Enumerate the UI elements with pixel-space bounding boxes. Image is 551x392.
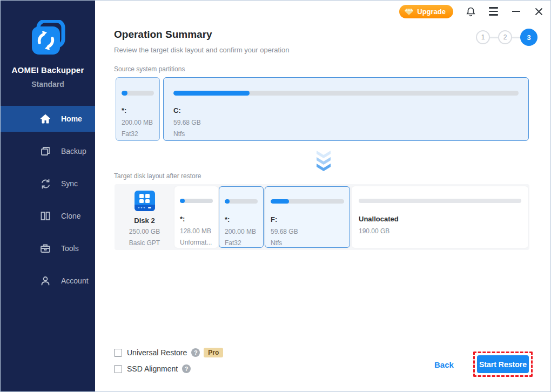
app-edition: Standard bbox=[1, 80, 95, 89]
partition-filesystem: Unformat... bbox=[180, 239, 213, 247]
ssd-alignment-label: SSD Alignment bbox=[127, 364, 178, 373]
partition-name: F: bbox=[271, 215, 344, 224]
usage-bar bbox=[225, 199, 258, 204]
step-indicator: 1 2 3 bbox=[476, 29, 537, 46]
target-partition-unallocated[interactable]: Unallocated 190.00 GB bbox=[352, 186, 528, 248]
target-disk-info: Disk 2 250.00 GB Basic GPT bbox=[115, 184, 174, 250]
upgrade-button[interactable]: Upgrade bbox=[399, 5, 453, 18]
partition-filesystem: Fat32 bbox=[225, 239, 258, 247]
start-restore-button[interactable]: Start Restore bbox=[477, 355, 529, 373]
partition-filesystem: Fat32 bbox=[122, 130, 154, 138]
disk-name: Disk 2 bbox=[115, 217, 174, 225]
step-1: 1 bbox=[476, 30, 490, 44]
universal-restore-label: Universal Restore bbox=[127, 348, 187, 357]
disk-size: 250.00 GB bbox=[115, 227, 174, 236]
disk-type: Basic GPT bbox=[115, 239, 174, 247]
page-subtitle: Review the target disk layout and confir… bbox=[114, 46, 289, 54]
sidebar-nav: Home Backup bbox=[1, 106, 95, 300]
target-partition-f[interactable]: F: 59.68 GB Ntfs bbox=[265, 186, 350, 248]
home-icon bbox=[39, 113, 51, 125]
universal-restore-option: Universal Restore ? Pro bbox=[114, 347, 223, 358]
main-content: Upgrade Operation Summary Review the tar… bbox=[95, 1, 551, 392]
partition-size: 200.00 MB bbox=[225, 228, 258, 236]
restore-options: Universal Restore ? Pro SSD Alignment ? bbox=[114, 347, 223, 380]
step-2: 2 bbox=[498, 30, 512, 44]
source-partition-c[interactable]: C: 59.68 GB Ntfs bbox=[163, 77, 529, 141]
back-button[interactable]: Back bbox=[434, 360, 454, 369]
target-disk-container: Disk 2 250.00 GB Basic GPT *: 128.00 MB … bbox=[115, 184, 529, 250]
aomei-logo-icon bbox=[29, 20, 68, 58]
target-partition-msr[interactable]: *: 128.00 MB Unformat... bbox=[174, 186, 218, 248]
sidebar-item-clone[interactable]: Clone bbox=[1, 203, 95, 229]
pro-badge: Pro bbox=[204, 348, 223, 357]
sidebar-item-label: Home bbox=[61, 114, 82, 123]
source-section-label: Source system partitions bbox=[114, 65, 185, 73]
close-icon[interactable] bbox=[533, 6, 544, 17]
ssd-alignment-option: SSD Alignment ? bbox=[114, 363, 223, 374]
partition-size: 190.00 GB bbox=[359, 227, 521, 235]
menu-icon[interactable] bbox=[488, 6, 499, 17]
partition-name: *: bbox=[225, 215, 258, 224]
app-name: AOMEI Backupper bbox=[1, 65, 95, 75]
partition-name: *: bbox=[180, 215, 213, 223]
disk-icon bbox=[132, 190, 157, 213]
target-partition-efi[interactable]: *: 200.00 MB Fat32 bbox=[219, 186, 264, 248]
help-icon[interactable]: ? bbox=[182, 364, 191, 373]
partition-name: C: bbox=[173, 106, 519, 114]
partition-filesystem: Ntfs bbox=[173, 130, 519, 138]
source-partition-efi[interactable]: *: 200.00 MB Fat32 bbox=[116, 77, 160, 141]
partition-size: 200.00 MB bbox=[122, 119, 154, 127]
titlebar: Upgrade bbox=[399, 1, 551, 22]
gem-icon bbox=[405, 8, 413, 15]
sidebar-item-home[interactable]: Home bbox=[1, 106, 95, 132]
notifications-bell-icon[interactable] bbox=[465, 6, 476, 17]
partition-filesystem: Ntfs bbox=[271, 239, 344, 247]
sidebar-item-label: Clone bbox=[61, 212, 81, 220]
usage-bar bbox=[122, 91, 154, 96]
usage-bar bbox=[180, 199, 213, 203]
usage-bar bbox=[173, 91, 519, 96]
sidebar-item-account[interactable]: Account bbox=[1, 268, 95, 294]
sidebar-item-label: Backup bbox=[61, 147, 86, 156]
app-logo: AOMEI Backupper Standard bbox=[1, 20, 95, 89]
sync-icon bbox=[39, 178, 51, 190]
page-title: Operation Summary bbox=[114, 29, 212, 40]
help-icon[interactable]: ? bbox=[191, 348, 200, 357]
restore-direction-chevrons-icon bbox=[315, 150, 332, 173]
partition-name: *: bbox=[122, 106, 154, 114]
sidebar-item-label: Tools bbox=[61, 244, 79, 253]
backup-icon bbox=[39, 145, 51, 157]
step-3-current: 3 bbox=[520, 29, 537, 46]
app-window: AOMEI Backupper Standard Home bbox=[0, 0, 551, 392]
usage-bar bbox=[271, 199, 344, 204]
source-partition-row: *: 200.00 MB Fat32 C: 59.68 GB Ntfs bbox=[116, 77, 529, 141]
sidebar: AOMEI Backupper Standard Home bbox=[1, 1, 95, 392]
tools-icon bbox=[39, 242, 51, 254]
clone-icon bbox=[39, 210, 51, 222]
universal-restore-checkbox[interactable] bbox=[114, 349, 122, 357]
account-icon bbox=[39, 275, 51, 287]
ssd-alignment-checkbox[interactable] bbox=[114, 365, 122, 373]
annotation-highlight-box: Start Restore bbox=[473, 352, 533, 377]
partition-size: 128.00 MB bbox=[180, 227, 213, 235]
usage-bar bbox=[359, 199, 521, 203]
step-connector bbox=[490, 37, 498, 38]
sidebar-item-tools[interactable]: Tools bbox=[1, 235, 95, 261]
step-connector bbox=[512, 37, 520, 38]
partition-size: 59.68 GB bbox=[173, 119, 519, 127]
partition-size: 59.68 GB bbox=[271, 228, 344, 236]
target-section-label: Target disk layout after restore bbox=[114, 172, 201, 180]
sidebar-item-label: Sync bbox=[61, 179, 78, 188]
sidebar-item-label: Account bbox=[61, 276, 89, 285]
sidebar-item-sync[interactable]: Sync bbox=[1, 171, 95, 197]
partition-name: Unallocated bbox=[359, 215, 521, 223]
upgrade-label: Upgrade bbox=[417, 8, 446, 16]
sidebar-item-backup[interactable]: Backup bbox=[1, 138, 95, 164]
minimize-icon[interactable] bbox=[510, 6, 521, 17]
